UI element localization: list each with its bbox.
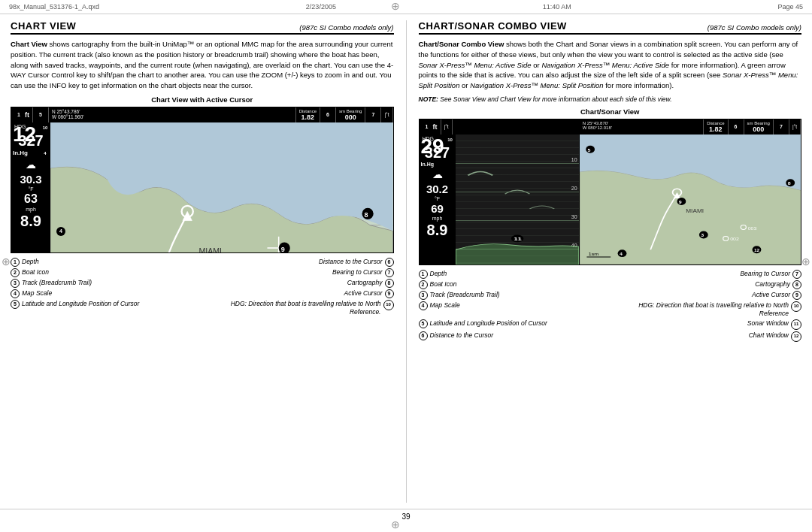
badge-10: 10 (41, 124, 49, 131)
header-date: 2/23/2005 (306, 3, 336, 11)
bearing-section: sm Bearing 000 (336, 107, 365, 122)
page-footer: 39 ⊕ ⊕ ⊕ (0, 509, 812, 524)
reg-mark-bottom: ⊕ (391, 518, 400, 530)
svg-text:4: 4 (620, 252, 623, 256)
badge-s1: 1 (423, 122, 432, 131)
sonar-display-area: 10 20 30 40 (456, 135, 579, 264)
legend-right-5: HDG: Direction that boat is travelling r… (202, 300, 394, 316)
sonar-legend-left-1: 1 Depth (419, 270, 611, 279)
legend-badge-8: 8 (385, 279, 394, 288)
sonar-svg: 11 (456, 135, 579, 264)
sonar-legend-right-12: Chart Window 12 (610, 331, 801, 342)
sonar-deg-t: |°t (444, 124, 449, 129)
header-page: Page 45 (777, 3, 803, 11)
legend-badge-5: 5 (11, 300, 20, 309)
sonar-legend-text-1: Depth (430, 270, 447, 278)
legend-text-8: Cartography (347, 279, 383, 287)
sonar-legend-text-12: Chart Window (749, 331, 789, 340)
badge-4: 4 (41, 150, 49, 157)
num-badge-7: 7 (368, 110, 377, 119)
legend-right-2: Bearing to Cursor 7 (202, 268, 394, 277)
combo-deg-t: |°t (792, 124, 797, 129)
sonar-badge-l3: 3 (419, 291, 428, 300)
chart-view-diagram: 1 ft 5 N 25°43.786' W 080°11.960' Distan… (11, 107, 394, 253)
scale-badge-area: 4 (56, 227, 65, 236)
inhg-display: In.Hg (13, 150, 28, 156)
sonar-legend-text-6: Distance to the Cursor (430, 331, 494, 340)
sonar-panel: 1 ft |°t HDG 10 327 (420, 119, 580, 264)
sonar-legend-left-4: 4 Map Scale (419, 301, 611, 318)
combo-dist-val: 1.82 (709, 125, 723, 133)
sonar-legend-right-9: Active Cursor 9 (610, 291, 801, 300)
chart-sonar-diagram-label: Chart/Sonar View (419, 107, 802, 116)
legend-text-2: Boat Icon (22, 268, 49, 277)
sonar-ft: ft (433, 123, 438, 131)
legend-text-9: Active Cursor (344, 289, 382, 298)
svg-text:MIAMI: MIAMI (686, 207, 704, 213)
legend-badge-7: 7 (385, 268, 394, 277)
chart-sonar-header: CHART/SONAR COMBO VIEW (987c SI Combo mo… (419, 20, 802, 35)
sonar-legend-text-5: Latitude and Longitude Position of Curso… (430, 319, 547, 328)
chart-view-title: CHART VIEW (11, 20, 76, 32)
sonar-legend-text-9: Active Cursor (752, 291, 790, 299)
chart-sonar-subtitle: (987c SI Combo models only) (707, 23, 801, 32)
sonar-topbar: 1 ft |°t (420, 119, 579, 135)
sonar-legend-right-7: Bearing to Cursor 7 (610, 270, 801, 279)
temp-val: 63 (11, 192, 50, 207)
distance-section: Distance 1.82 (296, 107, 320, 122)
sonar-legend-row-6: 6 Distance to the Cursor Chart Window 12 (419, 331, 802, 342)
svg-text:003: 003 (747, 225, 756, 230)
weather-icon: ☁ (11, 157, 50, 172)
combo-lon: W 080°12.018' (583, 125, 612, 130)
ft-label: ft (25, 111, 29, 119)
legend-badge-1: 1 (11, 258, 20, 267)
legend-left-5: 5 Latitude and Longitude Position of Cur… (11, 300, 202, 316)
combo-unit-t: |°t (789, 119, 801, 135)
num-badge-1: 1 (14, 110, 23, 119)
badge-6-topbar: 6 (320, 107, 336, 122)
sonar-legend-row-5: 5 Latitude and Longitude Position of Cur… (419, 319, 802, 330)
legend-row-3: 3 Track (Breadcrumb Trail) Cartography 8 (11, 279, 394, 288)
legend-badge-4: 4 (11, 289, 20, 298)
legend-badge-3: 3 (11, 279, 20, 288)
sonar-badge-1: 1 ft (420, 119, 441, 135)
chart-topbar: 1 ft 5 N 25°43.786' W 080°11.960' Distan… (11, 107, 393, 122)
deg-t: |°t (384, 112, 389, 117)
legend-text-1: Depth (22, 258, 39, 266)
combo-badge-7: 7 (774, 119, 789, 135)
svg-text:002: 002 (730, 237, 739, 241)
combo-topbar: N 25°43.870' W 080°12.018' Distance 1.82… (580, 119, 801, 135)
legend-badge-10: 10 (383, 300, 394, 310)
combo-dist-section: Distance 1.82 (704, 119, 728, 135)
sonar-badge-l1: 1 (419, 270, 428, 279)
sonar-legend-text-3: Track (Breadcrumb Trail) (430, 291, 500, 299)
distance-val: 1.82 (301, 113, 315, 121)
sonar-badge-l7: 7 (792, 270, 801, 279)
sonar-legend-text-10: HDG: Direction that boat is travelling r… (610, 301, 789, 318)
sonar-badge-l12: 12 (791, 331, 801, 342)
gps-coords: N 25°43.786' W 080°11.960' (49, 107, 296, 122)
sonar-badge-l8: 8 (792, 280, 801, 289)
chart-sonar-bold: Chart/Sonar Combo View (419, 40, 504, 48)
chart-map-area: MIAMI 003 002 1sm 3 8 (50, 122, 393, 252)
legend-badge-9: 9 (385, 289, 394, 298)
legend-row-4: 4 Map Scale Active Cursor 9 (11, 289, 394, 298)
sonar-legend-row-4: 4 Map Scale HDG: Direction that boat is … (419, 301, 802, 318)
speed-val: 8.9 (11, 212, 50, 230)
chart-view-section: CHART VIEW (987c SI Combo models only) C… (11, 20, 394, 503)
sonar-legend-left-3: 3 Track (Breadcrumb Trail) (419, 291, 611, 300)
sonar-legend-left-5: 5 Latitude and Longitude Position of Cur… (419, 319, 611, 330)
svg-text:MIAMI: MIAMI (198, 246, 222, 252)
badge-1-topbar: 1 ft (11, 107, 33, 122)
badge-7-topbar: 7 (365, 107, 381, 122)
legend-right-1: Distance to the Cursor 6 (202, 258, 394, 267)
depth-display: 12 (13, 122, 36, 146)
legend-row-5: 5 Latitude and Longitude Position of Cur… (11, 300, 394, 316)
legend-right-4: Active Cursor 9 (202, 289, 394, 298)
svg-text:3: 3 (701, 233, 704, 237)
num-badge-6: 6 (323, 110, 332, 119)
legend-right-3: Cartography 8 (202, 279, 394, 288)
gps-lat: N 25°43.786' (52, 109, 80, 114)
header-filename: 98x_Manual_531376-1_A.qxd (9, 3, 99, 11)
svg-text:12: 12 (754, 248, 760, 252)
